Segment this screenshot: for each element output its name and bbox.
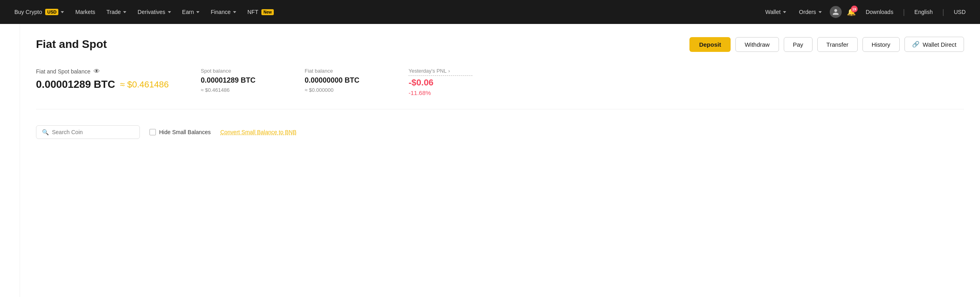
total-balance: Fiat and Spot balance 👁 0.00001289 BTC ≈… [36, 68, 169, 91]
deposit-button[interactable]: Deposit [689, 37, 731, 52]
transfer-button[interactable]: Transfer [817, 37, 858, 52]
nav-label-nft: NFT [247, 9, 258, 15]
nav-item-trade[interactable]: Trade [102, 6, 131, 18]
page-title: Fiat and Spot [36, 38, 107, 51]
nav-right: Wallet Orders 🔔 19 Downloads | English |… [761, 6, 970, 18]
nav-item-downloads[interactable]: Downloads [861, 6, 898, 18]
fiat-usd: ≈ $0.000000 [305, 87, 384, 93]
sidebar [0, 24, 20, 297]
pnl-percent: -11.68% [408, 89, 472, 96]
withdraw-button[interactable]: Withdraw [735, 37, 779, 52]
wallet-chevron-icon [783, 11, 786, 13]
nav-item-nft[interactable]: NFT New [243, 6, 279, 18]
toggle-balance-icon[interactable]: 👁 [94, 68, 100, 75]
nav-divider-2: | [941, 8, 946, 16]
currency-label: USD [954, 9, 966, 15]
pnl-section: Yesterday's PNL › -$0.06 -11.68% [408, 68, 472, 96]
nav-item-earn[interactable]: Earn [177, 6, 205, 18]
hide-small-checkbox[interactable] [149, 129, 156, 135]
nav-item-language[interactable]: English [910, 6, 938, 18]
content-wrap: Fiat and Spot Deposit Withdraw Pay Trans… [0, 24, 980, 297]
action-buttons: Deposit Withdraw Pay Transfer History 🔗 … [689, 37, 964, 52]
pnl-label: Yesterday's PNL › [408, 68, 472, 76]
nav-item-buy-crypto[interactable]: Buy Crypto USD [10, 6, 69, 18]
wallet-label: Wallet [765, 9, 781, 15]
page-header: Fiat and Spot Deposit Withdraw Pay Trans… [36, 37, 964, 52]
pnl-label-text: Yesterday's PNL [408, 68, 446, 74]
spot-label: Spot balance [201, 68, 281, 74]
notification-count: 19 [851, 6, 858, 12]
balance-label-text: Fiat and Spot balance [36, 68, 90, 75]
pay-button[interactable]: Pay [784, 37, 813, 52]
nav-item-currency[interactable]: USD [949, 6, 970, 18]
nav-left: Buy Crypto USD Markets Trade Derivatives… [10, 6, 761, 18]
spot-usd: ≈ $0.461486 [201, 87, 281, 93]
nav-item-wallet[interactable]: Wallet [761, 6, 791, 18]
trade-chevron-icon [123, 11, 126, 13]
usd-badge: USD [45, 9, 58, 15]
nav-label-buy-crypto: Buy Crypto [14, 9, 42, 15]
search-input[interactable] [52, 129, 134, 135]
nav-divider: | [901, 8, 906, 16]
buy-crypto-chevron-icon [61, 11, 64, 13]
pnl-arrow-icon[interactable]: › [448, 68, 450, 74]
balance-amount: 0.00001289 BTC ≈ $0.461486 [36, 78, 169, 91]
convert-bnb-link[interactable]: Convert Small Balance to BNB [220, 129, 297, 135]
nav-label-trade: Trade [106, 9, 121, 15]
derivatives-chevron-icon [168, 11, 171, 13]
notification-bell[interactable]: 🔔 19 [845, 6, 858, 18]
new-badge: New [261, 9, 274, 15]
navbar: Buy Crypto USD Markets Trade Derivatives… [0, 0, 980, 24]
earn-chevron-icon [196, 11, 199, 13]
balance-cards: Spot balance 0.00001289 BTC ≈ $0.461486 … [201, 68, 964, 96]
finance-chevron-icon [233, 11, 236, 13]
nav-label-markets: Markets [75, 9, 95, 15]
nav-label-derivatives: Derivatives [137, 9, 165, 15]
user-avatar[interactable] [830, 6, 842, 18]
wallet-direct-label: Wallet Direct [923, 41, 956, 48]
spot-btc: 0.00001289 BTC [201, 76, 281, 85]
fiat-btc: 0.00000000 BTC [305, 76, 384, 85]
downloads-label: Downloads [866, 9, 893, 15]
nav-item-markets[interactable]: Markets [70, 6, 100, 18]
search-icon: 🔍 [42, 129, 49, 135]
main-content: Fiat and Spot Deposit Withdraw Pay Trans… [20, 24, 980, 297]
balance-section: Fiat and Spot balance 👁 0.00001289 BTC ≈… [36, 68, 964, 109]
filter-row: 🔍 Hide Small Balances Convert Small Bala… [36, 125, 964, 139]
balance-usd: ≈ $0.461486 [120, 79, 169, 90]
hide-small-label: Hide Small Balances [159, 129, 211, 135]
nav-item-orders[interactable]: Orders [794, 6, 827, 18]
wallet-direct-button[interactable]: 🔗 Wallet Direct [904, 37, 964, 52]
orders-label: Orders [799, 9, 816, 15]
nav-label-finance: Finance [211, 9, 231, 15]
nav-item-derivatives[interactable]: Derivatives [133, 6, 175, 18]
orders-chevron-icon [819, 11, 822, 13]
nav-item-finance[interactable]: Finance [206, 6, 241, 18]
nav-label-earn: Earn [182, 9, 194, 15]
search-box: 🔍 [36, 125, 140, 139]
fiat-balance-card: Fiat balance 0.00000000 BTC ≈ $0.000000 [305, 68, 384, 96]
language-label: English [914, 9, 933, 15]
wallet-direct-icon: 🔗 [912, 41, 920, 48]
history-button[interactable]: History [862, 37, 900, 52]
hide-small-balances[interactable]: Hide Small Balances [149, 129, 211, 135]
spot-balance-card: Spot balance 0.00001289 BTC ≈ $0.461486 [201, 68, 281, 96]
balance-label: Fiat and Spot balance 👁 [36, 68, 169, 75]
pnl-value: -$0.06 [408, 77, 472, 88]
balance-btc: 0.00001289 BTC [36, 78, 115, 91]
fiat-label: Fiat balance [305, 68, 384, 74]
